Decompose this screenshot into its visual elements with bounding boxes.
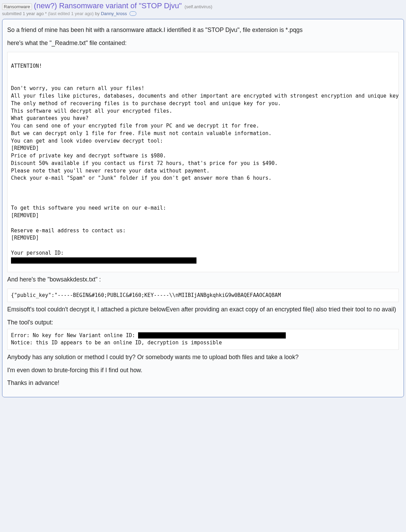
post-body: So a friend of mine has been hit with a … xyxy=(2,19,404,397)
code-block-tool-output[interactable]: Error: No key for New Variant online ID:… xyxy=(7,329,399,350)
code-text: ATTENTION! Don't worry, you can return a… xyxy=(11,63,399,256)
link-flair[interactable]: Ransomware xyxy=(2,3,32,10)
code-block-key[interactable]: {"public_key":"-----BEGIN&#160;PUBLIC&#1… xyxy=(7,289,399,302)
body-paragraph: The tool's output: xyxy=(7,319,399,327)
body-paragraph: Anybody has any solution or method I cou… xyxy=(7,353,399,362)
submitted-label: submitted xyxy=(2,11,23,16)
body-paragraph: I'm even down to brute-forcing this if I… xyxy=(7,366,399,375)
edited-label: (last edited 1 year ago) xyxy=(48,11,94,16)
body-paragraph: here's what the "_Readme.txt" file conta… xyxy=(7,39,399,47)
post-title[interactable]: (new?) Ransomware variant of "STOP Djvu" xyxy=(34,1,182,10)
by-label: by xyxy=(94,11,101,16)
author-link[interactable]: Danny_kross xyxy=(101,11,127,16)
code-text: {"public_key":"-----BEGIN&#160;PUBLIC&#1… xyxy=(11,292,281,298)
body-paragraph: Emsisoft's tool couldn't decrypt it, I a… xyxy=(7,306,399,314)
code-block-readme[interactable]: ATTENTION! Don't worry, you can return a… xyxy=(7,52,399,272)
code-text: Error: No key for New Variant online ID: xyxy=(11,332,138,339)
post-domain[interactable]: (self.antivirus) xyxy=(184,4,212,9)
body-paragraph: Thanks in advance! xyxy=(7,379,399,387)
post-header: Ransomware (new?) Ransomware variant of … xyxy=(0,0,406,17)
user-flair-icon xyxy=(129,11,136,16)
edited-star: * xyxy=(44,11,48,16)
redacted-id xyxy=(11,257,196,264)
redacted-online-id xyxy=(138,332,286,339)
post-tagline: submitted 1 year ago * (last edited 1 ye… xyxy=(2,11,404,16)
code-text: Notice: this ID appears to be an online … xyxy=(11,340,222,346)
body-paragraph: So a friend of mine has been hit with a … xyxy=(7,26,399,34)
post-age: 1 year ago xyxy=(23,11,44,16)
body-paragraph: And here's the "bowsakkdestx.txt" : xyxy=(7,276,399,284)
